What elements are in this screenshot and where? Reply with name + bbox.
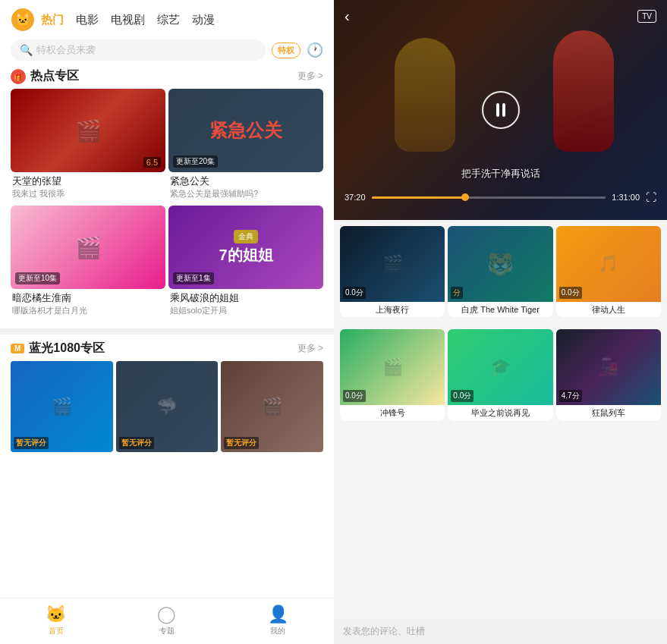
right-card-6-score: 4.7分	[559, 390, 582, 402]
nav-tab-hot[interactable]: 热门	[41, 13, 64, 27]
search-placeholder-text: 特权会员来袭	[36, 43, 96, 57]
app-logo[interactable]: 🐱	[11, 8, 35, 32]
hot-section-header: 🎁 热点专区 更多 >	[0, 65, 334, 89]
pause-icon	[496, 103, 505, 117]
right-card-1-score: 0.0分	[343, 287, 366, 299]
right-card-5-score: 0.0分	[451, 390, 474, 402]
right-card-5-thumb: 🎓 0.0分	[448, 329, 552, 405]
bluray-section-header: M 蓝光1080专区 更多 >	[0, 338, 334, 361]
right-card-2-score: 分	[451, 287, 463, 299]
comment-bar: 发表您的评论、吐槽	[334, 619, 667, 644]
nav-tab-variety[interactable]: 综艺	[157, 13, 180, 27]
hot-card-1[interactable]: 🎬 6.5 天堂的张望 我来过 我很乖	[11, 89, 165, 203]
hot-card-3-update: 更新至10集	[15, 272, 60, 284]
hot-card-2-title: 紧急公关	[168, 174, 323, 188]
hot-more-link[interactable]: 更多 >	[297, 70, 323, 83]
nav-tabs: 热门 电影 电视剧 综艺 动漫	[41, 13, 323, 27]
search-box[interactable]: 🔍 特权会员来袭	[11, 39, 266, 61]
nav-home[interactable]: 🐱 首页	[46, 605, 66, 636]
home-label: 首页	[49, 626, 64, 636]
bluray-card-2-rating: 暂无评分	[119, 437, 154, 449]
home-icon: 🐱	[46, 605, 66, 624]
svg-text:🐱: 🐱	[15, 12, 30, 27]
right-card-1-label: 上海夜行	[340, 302, 445, 317]
bluray-card-1-thumb: 🎬 暂无评分	[11, 361, 113, 452]
right-card-1[interactable]: 🎬 0.0分 上海夜行	[340, 226, 445, 317]
bluray-card-2-thumb: 🦈 暂无评分	[116, 361, 219, 452]
right-card-2-label: 白虎 The White Tiger	[448, 302, 552, 317]
bluray-card-1[interactable]: 🎬 暂无评分	[11, 361, 113, 452]
right-content: 🎬 0.0分 上海夜行 🐯 分 白虎 The White Tiger 🎵 0.0…	[334, 220, 667, 619]
total-time: 1:31:00	[612, 193, 640, 202]
right-card-6-label: 狂鼠列车	[556, 405, 661, 420]
hot-card-1-sub: 我来过 我很乖	[11, 188, 165, 199]
bluray-card-2[interactable]: 🦈 暂无评分	[116, 361, 219, 452]
video-background: ‹ TV 把手洗干净再说话 37:20	[334, 0, 667, 220]
nav-mine[interactable]: 👤 我的	[268, 605, 288, 636]
left-panel: 🐱 热门 电影 电视剧 综艺 动漫 🔍 特权会员来袭 特权 🕐 🎁 热点专区 更…	[0, 0, 334, 644]
mine-label: 我的	[270, 626, 285, 636]
right-card-3[interactable]: 🎵 0.0分 律动人生	[556, 226, 661, 317]
pause-bar-1	[496, 103, 499, 117]
svg-text:🎁: 🎁	[14, 72, 23, 81]
nav-tab-movie[interactable]: 电影	[76, 13, 99, 27]
hot-card-1-thumb-wrap: 🎬 6.5	[11, 89, 165, 172]
video-player[interactable]: ‹ TV 把手洗干净再说话 37:20	[334, 0, 667, 220]
pause-button[interactable]	[482, 91, 520, 129]
hot-card-1-title: 天堂的张望	[11, 174, 165, 188]
bluray-card-3-thumb: 🎬 暂无评分	[221, 361, 323, 452]
bluray-content-grid: 🎬 暂无评分 🦈 暂无评分 🎬 暂无评分	[0, 361, 334, 458]
progress-thumb[interactable]	[461, 193, 469, 201]
right-card-3-score: 0.0分	[559, 287, 582, 299]
nav-topics[interactable]: ◯ 专题	[157, 605, 176, 636]
right-card-3-thumb: 🎵 0.0分	[556, 226, 661, 302]
hot-card-1-badge: 6.5	[143, 157, 161, 168]
hot-card-2-thumb-wrap: 紧急公关 更新至20集	[168, 89, 323, 172]
right-card-6[interactable]: 🚂 4.7分 狂鼠列车	[556, 329, 661, 420]
hot-card-3[interactable]: 🎬 更新至10集 暗恋橘生淮南 哪版洛枳才是白月光	[11, 206, 165, 319]
right-card-5[interactable]: 🎓 0.0分 毕业之前说再见	[448, 329, 552, 420]
fullscreen-button[interactable]: ⛶	[646, 191, 656, 203]
nav-tab-tv[interactable]: 电视剧	[111, 13, 145, 27]
progress-track[interactable]	[372, 196, 606, 199]
right-grid-row2: 🎬 0.0分 冲锋号 🎓 0.0分 毕业之前说再见 🚂 4.7分 狂鼠列车	[334, 323, 667, 426]
hot-card-4[interactable]: 金典 7的姐姐 更新至1集 乘风破浪的姐姐 姐姐solo定开局	[168, 206, 323, 319]
history-icon[interactable]: 🕐	[307, 42, 323, 58]
progress-fill	[372, 196, 466, 199]
video-scene	[334, 0, 667, 220]
comment-input[interactable]: 发表您的评论、吐槽	[343, 625, 658, 638]
hot-section-title: 🎁 热点专区	[11, 68, 79, 84]
nav-tab-anime[interactable]: 动漫	[192, 13, 215, 27]
video-subtitle: 把手洗干净再说话	[461, 167, 540, 181]
search-icon: 🔍	[20, 44, 33, 56]
bluray-icon: M	[11, 344, 24, 353]
hot-card-1-thumb: 🎬	[11, 89, 165, 172]
bluray-card-3-rating: 暂无评分	[224, 437, 259, 449]
header: 🐱 热门 电影 电视剧 综艺 动漫	[0, 0, 334, 39]
section-divider	[0, 328, 334, 335]
bluray-more-link[interactable]: 更多 >	[297, 342, 323, 355]
bluray-card-3[interactable]: 🎬 暂无评分	[221, 361, 323, 452]
right-card-5-label: 毕业之前说再见	[448, 405, 552, 420]
vip-badge[interactable]: 特权	[272, 42, 300, 58]
hot-card-2[interactable]: 紧急公关 更新至20集 紧急公关 紧急公关是最强辅助吗?	[168, 89, 323, 203]
right-card-6-thumb: 🚂 4.7分	[556, 329, 661, 405]
right-card-2[interactable]: 🐯 分 白虎 The White Tiger	[448, 226, 552, 317]
hot-card-3-title: 暗恋橘生淮南	[11, 291, 165, 305]
right-card-3-label: 律动人生	[556, 302, 661, 317]
hot-section-label: 热点专区	[30, 68, 79, 84]
right-panel: ‹ TV 把手洗干净再说话 37:20	[334, 0, 667, 644]
pause-bar-2	[502, 103, 505, 117]
bluray-section-title: M 蓝光1080专区	[11, 341, 105, 357]
bluray-section-label: 蓝光1080专区	[29, 341, 105, 357]
bluray-card-1-rating: 暂无评分	[14, 437, 49, 449]
hot-content-grid: 🎬 6.5 天堂的张望 我来过 我很乖 紧急公关 更新至20集 紧急公关 紧急公…	[0, 89, 334, 325]
right-card-4[interactable]: 🎬 0.0分 冲锋号	[340, 329, 445, 420]
search-row: 🔍 特权会员来袭 特权 🕐	[0, 39, 334, 65]
hot-card-4-update: 更新至1集	[173, 272, 214, 284]
hot-icon: 🎁	[11, 69, 26, 84]
progress-bar-container: 37:20 1:31:00 ⛶	[345, 191, 656, 203]
hot-card-2-sub: 紧急公关是最强辅助吗?	[168, 188, 323, 199]
hot-card-3-thumb-wrap: 🎬 更新至10集	[11, 206, 165, 289]
topics-label: 专题	[159, 626, 175, 636]
